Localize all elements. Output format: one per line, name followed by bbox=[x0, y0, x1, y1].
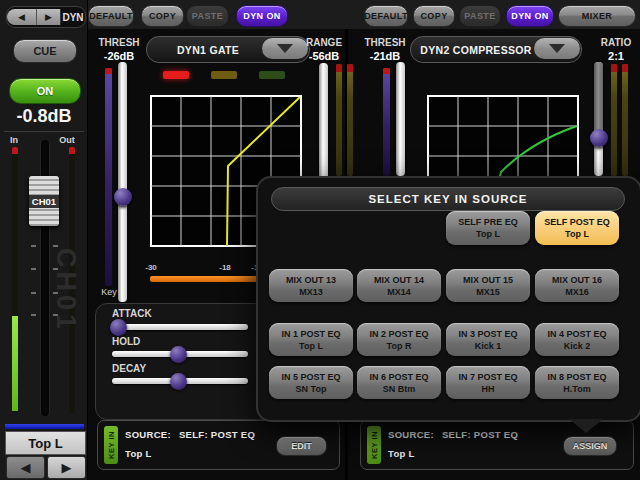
source-value: SELF: POST EQ bbox=[442, 429, 518, 440]
keyin-source-line: SOURCE: SELF: POST EQ bbox=[125, 429, 255, 440]
keyin-source-option[interactable]: IN 7 POST EQHH bbox=[446, 366, 530, 399]
keyin-source-option[interactable]: MIX OUT 15MX15 bbox=[446, 269, 530, 302]
keyin-source-option[interactable]: IN 2 POST EQTop R bbox=[357, 323, 441, 356]
gate-led-red bbox=[163, 71, 189, 79]
dyn1-gr-meter-2 bbox=[347, 64, 353, 176]
keyin-tab: KEY IN bbox=[104, 426, 118, 464]
dynamics-screen: ◀ ▶ DYN CUE ON -0.8dB In Out CH01 CH01 T… bbox=[0, 0, 640, 480]
dyn1-default-button[interactable]: DEFAULT bbox=[88, 5, 134, 27]
dyn1-copy-button[interactable]: COPY bbox=[141, 5, 184, 27]
dyn1-range-label: RANGE bbox=[302, 37, 346, 48]
source-value: SELF: POST EQ bbox=[179, 429, 255, 440]
dyn1-thresh-knob[interactable] bbox=[114, 188, 132, 206]
channel-prev-button[interactable]: ◀ bbox=[6, 456, 45, 479]
channel-color-bar bbox=[5, 424, 84, 429]
keyin-source-option[interactable]: IN 1 POST EQTop L bbox=[269, 323, 353, 356]
keyin-source-option[interactable]: MIX OUT 13MX13 bbox=[269, 269, 353, 302]
dyn2-ratio-slider[interactable] bbox=[594, 62, 603, 176]
dyn2-on-button[interactable]: DYN ON bbox=[506, 5, 554, 27]
keyin-source-option[interactable]: IN 3 POST EQKick 1 bbox=[446, 323, 530, 356]
out-label: Out bbox=[56, 135, 78, 145]
fader-cap[interactable]: CH01 bbox=[29, 176, 59, 226]
input-meter bbox=[12, 147, 18, 413]
dyn1-paste-button[interactable]: PASTE bbox=[186, 5, 229, 27]
keyin-source-option[interactable]: IN 4 POST EQKick 2 bbox=[535, 323, 619, 356]
fader-tick bbox=[31, 268, 36, 270]
keyin-edit-button[interactable]: EDIT bbox=[276, 436, 327, 456]
keyin-source-option[interactable]: IN 8 POST EQH.Tom bbox=[535, 366, 619, 399]
input-meter-level bbox=[12, 316, 18, 411]
in-label: In bbox=[6, 135, 22, 145]
gr-meter-peak bbox=[347, 64, 353, 72]
dyn2-ratio-label: RATIO bbox=[594, 37, 638, 48]
left-arrow-icon: ◀ bbox=[21, 460, 31, 475]
dyn2-ratio-knob[interactable] bbox=[590, 129, 608, 147]
right-arrow-icon: ▶ bbox=[45, 12, 52, 22]
keyin-source-option[interactable]: MIX OUT 16MX16 bbox=[535, 269, 619, 302]
dyn1-keyin-panel: KEY IN SOURCE: SELF: POST EQ Top L EDIT bbox=[97, 420, 340, 470]
hold-knob[interactable] bbox=[170, 346, 187, 363]
keyin-source-option-selected[interactable]: SELF POST EQTop L bbox=[535, 211, 619, 245]
keyin-source-option[interactable]: IN 6 POST EQSN Btm bbox=[357, 366, 441, 399]
on-button[interactable]: ON bbox=[9, 78, 81, 104]
gain-value: -0.8dB bbox=[0, 106, 88, 127]
popup-pointer-icon bbox=[569, 419, 603, 433]
dyn2-gr-meter-1 bbox=[611, 64, 617, 176]
dyn1-on-button[interactable]: DYN ON bbox=[236, 5, 288, 27]
ratio-slider-upper bbox=[594, 62, 603, 132]
next-channel-button[interactable]: ▶ bbox=[37, 9, 61, 25]
attack-knob[interactable] bbox=[110, 319, 127, 336]
channel-watermark: CH01 bbox=[50, 248, 81, 413]
dyn-mode-label: DYN bbox=[61, 12, 85, 23]
dyn2-thresh-value: -21dB bbox=[360, 50, 410, 62]
dyn1-thresh-slider[interactable] bbox=[118, 62, 127, 302]
prev-channel-button[interactable]: ◀ bbox=[7, 9, 37, 25]
dyn2-dropdown-button[interactable] bbox=[534, 38, 580, 59]
attack-slider[interactable] bbox=[112, 324, 248, 330]
fader-cap-band: CH01 bbox=[29, 195, 59, 208]
keyin-source-option[interactable]: SELF PRE EQTop L bbox=[446, 211, 530, 245]
key-meter-peak bbox=[383, 68, 390, 74]
keyin-source-option[interactable]: IN 5 POST EQSN Top bbox=[269, 366, 353, 399]
dyn2-thresh-slider[interactable] bbox=[396, 62, 405, 176]
scale-tick: -18 bbox=[214, 263, 236, 272]
gate-led-green bbox=[259, 71, 285, 79]
dyn2-thresh-label: THRESH bbox=[360, 37, 410, 48]
dyn1-gr-meter-1 bbox=[336, 64, 342, 176]
keyin-channel: Top L bbox=[125, 448, 152, 459]
dyn1-key-meter bbox=[105, 68, 112, 286]
divider bbox=[4, 131, 84, 132]
gr-meter-peak bbox=[611, 64, 617, 72]
dyn1-thresh-label: THRESH bbox=[94, 37, 144, 48]
mixer-button[interactable]: MIXER bbox=[558, 5, 636, 27]
dyn2-gr-meter-2 bbox=[622, 64, 628, 176]
input-meter-peak bbox=[12, 147, 18, 154]
decay-label: DECAY bbox=[112, 363, 162, 374]
dyn1-type-dropdown[interactable]: DYN1 GATE bbox=[146, 36, 310, 63]
fader-tick bbox=[31, 292, 36, 294]
right-arrow-icon: ▶ bbox=[62, 460, 72, 475]
left-arrow-icon: ◀ bbox=[18, 12, 25, 22]
select-keyin-source-popup: SELECT KEY IN SOURCE SELF PRE EQTop L SE… bbox=[256, 176, 640, 422]
gr-meter-peak bbox=[336, 64, 342, 72]
keyin-channel: Top L bbox=[388, 448, 415, 459]
source-label: SOURCE: bbox=[125, 429, 171, 440]
dyn2-copy-button[interactable]: COPY bbox=[413, 5, 455, 27]
channel-nav: ◀ ▶ DYN bbox=[6, 6, 86, 28]
dyn2-paste-button[interactable]: PASTE bbox=[459, 5, 501, 27]
keyin-assign-button[interactable]: ASSIGN bbox=[563, 436, 617, 456]
dyn2-type-dropdown[interactable]: DYN2 COMPRESSOR bbox=[410, 36, 582, 63]
decay-knob[interactable] bbox=[170, 373, 187, 390]
cue-button[interactable]: CUE bbox=[13, 39, 77, 63]
attack-label: ATTACK bbox=[112, 308, 162, 319]
chevron-down-icon bbox=[277, 44, 293, 53]
channel-next-button[interactable]: ▶ bbox=[47, 456, 86, 479]
keyin-source-line: SOURCE: SELF: POST EQ bbox=[388, 429, 518, 440]
output-meter-peak bbox=[69, 147, 75, 154]
chevron-down-icon bbox=[549, 44, 565, 53]
keyin-source-option[interactable]: MIX OUT 14MX14 bbox=[357, 269, 441, 302]
hold-label: HOLD bbox=[112, 336, 162, 347]
gate-led-yellow bbox=[211, 71, 237, 79]
dyn2-key-meter bbox=[383, 68, 390, 176]
dyn2-default-button[interactable]: DEFAULT bbox=[364, 5, 408, 27]
